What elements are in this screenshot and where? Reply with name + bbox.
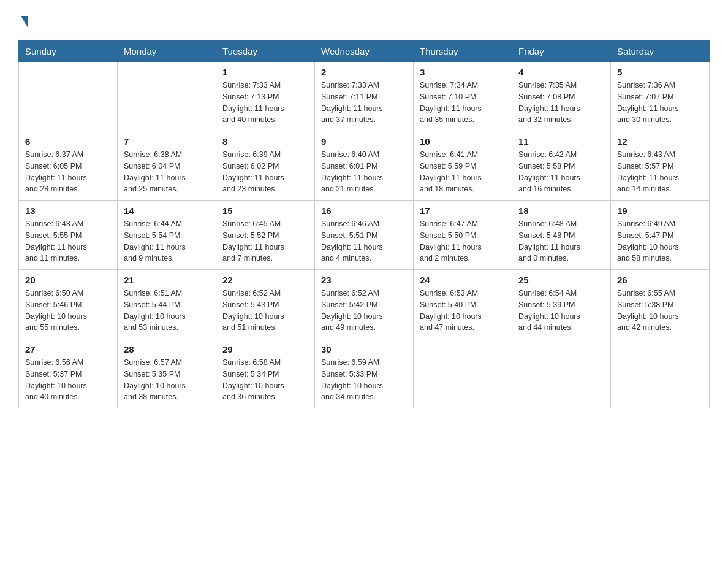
day-info: Sunrise: 6:55 AMSunset: 5:38 PMDaylight:… — [617, 288, 703, 334]
day-info: Sunrise: 6:42 AMSunset: 5:58 PMDaylight:… — [518, 149, 604, 195]
day-number: 8 — [222, 136, 308, 147]
calendar-week-5: 27Sunrise: 6:56 AMSunset: 5:37 PMDayligh… — [19, 339, 710, 408]
day-number: 15 — [222, 205, 308, 216]
day-number: 10 — [420, 136, 506, 147]
header-wednesday: Wednesday — [315, 41, 414, 62]
calendar-cell: 10Sunrise: 6:41 AMSunset: 5:59 PMDayligh… — [414, 131, 512, 201]
day-number: 13 — [25, 205, 111, 216]
day-number: 2 — [321, 67, 407, 77]
day-info: Sunrise: 7:33 AMSunset: 7:13 PMDaylight:… — [222, 80, 308, 126]
day-info: Sunrise: 7:36 AMSunset: 7:07 PMDaylight:… — [617, 80, 703, 126]
day-info: Sunrise: 6:38 AMSunset: 6:04 PMDaylight:… — [124, 149, 210, 195]
header-thursday: Thursday — [414, 41, 512, 62]
day-info: Sunrise: 7:33 AMSunset: 7:11 PMDaylight:… — [321, 80, 407, 126]
calendar-header-row: SundayMondayTuesdayWednesdayThursdayFrid… — [19, 41, 710, 62]
day-info: Sunrise: 6:47 AMSunset: 5:50 PMDaylight:… — [420, 218, 506, 264]
day-info: Sunrise: 7:34 AMSunset: 7:10 PMDaylight:… — [420, 80, 506, 126]
calendar-cell: 2Sunrise: 7:33 AMSunset: 7:11 PMDaylight… — [315, 62, 414, 131]
day-info: Sunrise: 6:52 AMSunset: 5:43 PMDaylight:… — [222, 288, 308, 334]
calendar-cell: 7Sunrise: 6:38 AMSunset: 6:04 PMDaylight… — [118, 131, 216, 201]
calendar-cell: 1Sunrise: 7:33 AMSunset: 7:13 PMDaylight… — [216, 62, 315, 131]
calendar-week-2: 6Sunrise: 6:37 AMSunset: 6:05 PMDaylight… — [19, 131, 710, 201]
header-friday: Friday — [512, 41, 611, 62]
logo-arrow-icon — [21, 16, 28, 28]
day-number: 29 — [222, 344, 308, 354]
calendar-cell: 9Sunrise: 6:40 AMSunset: 6:01 PMDaylight… — [315, 131, 414, 201]
calendar-cell: 27Sunrise: 6:56 AMSunset: 5:37 PMDayligh… — [19, 339, 118, 408]
page-header — [18, 12, 710, 28]
calendar-cell: 12Sunrise: 6:43 AMSunset: 5:57 PMDayligh… — [611, 131, 710, 201]
day-info: Sunrise: 6:51 AMSunset: 5:44 PMDaylight:… — [124, 288, 210, 334]
day-number: 5 — [617, 67, 703, 77]
day-number: 23 — [321, 275, 407, 285]
calendar-cell: 25Sunrise: 6:54 AMSunset: 5:39 PMDayligh… — [512, 270, 611, 339]
day-info: Sunrise: 6:54 AMSunset: 5:39 PMDaylight:… — [518, 288, 604, 334]
day-number: 6 — [25, 136, 111, 147]
header-tuesday: Tuesday — [216, 41, 315, 62]
calendar-cell — [611, 339, 710, 408]
calendar-table: SundayMondayTuesdayWednesdayThursdayFrid… — [18, 40, 710, 408]
calendar-cell: 22Sunrise: 6:52 AMSunset: 5:43 PMDayligh… — [216, 270, 315, 339]
calendar-week-1: 1Sunrise: 7:33 AMSunset: 7:13 PMDaylight… — [19, 62, 710, 131]
calendar-cell: 15Sunrise: 6:45 AMSunset: 5:52 PMDayligh… — [216, 201, 315, 270]
day-number: 16 — [321, 205, 407, 216]
header-monday: Monday — [118, 41, 216, 62]
calendar-week-3: 13Sunrise: 6:43 AMSunset: 5:55 PMDayligh… — [19, 201, 710, 270]
calendar-cell: 23Sunrise: 6:52 AMSunset: 5:42 PMDayligh… — [315, 270, 414, 339]
day-number: 21 — [124, 275, 210, 285]
calendar-cell — [19, 62, 118, 131]
day-info: Sunrise: 6:50 AMSunset: 5:46 PMDaylight:… — [25, 288, 111, 334]
calendar-cell: 14Sunrise: 6:44 AMSunset: 5:54 PMDayligh… — [118, 201, 216, 270]
calendar-cell: 3Sunrise: 7:34 AMSunset: 7:10 PMDaylight… — [414, 62, 512, 131]
calendar-cell — [512, 339, 611, 408]
day-info: Sunrise: 6:58 AMSunset: 5:34 PMDaylight:… — [222, 357, 308, 403]
logo — [18, 12, 28, 28]
day-info: Sunrise: 6:43 AMSunset: 5:57 PMDaylight:… — [617, 149, 703, 195]
calendar-cell: 29Sunrise: 6:58 AMSunset: 5:34 PMDayligh… — [216, 339, 315, 408]
calendar-cell: 5Sunrise: 7:36 AMSunset: 7:07 PMDaylight… — [611, 62, 710, 131]
calendar-cell: 24Sunrise: 6:53 AMSunset: 5:40 PMDayligh… — [414, 270, 512, 339]
calendar-cell: 16Sunrise: 6:46 AMSunset: 5:51 PMDayligh… — [315, 201, 414, 270]
day-number: 9 — [321, 136, 407, 147]
calendar-cell: 30Sunrise: 6:59 AMSunset: 5:33 PMDayligh… — [315, 339, 414, 408]
day-info: Sunrise: 6:43 AMSunset: 5:55 PMDaylight:… — [25, 218, 111, 264]
day-number: 25 — [518, 275, 604, 285]
day-info: Sunrise: 6:48 AMSunset: 5:48 PMDaylight:… — [518, 218, 604, 264]
calendar-cell: 20Sunrise: 6:50 AMSunset: 5:46 PMDayligh… — [19, 270, 118, 339]
day-info: Sunrise: 6:37 AMSunset: 6:05 PMDaylight:… — [25, 149, 111, 195]
header-sunday: Sunday — [19, 41, 118, 62]
day-number: 20 — [25, 275, 111, 285]
calendar-cell: 8Sunrise: 6:39 AMSunset: 6:02 PMDaylight… — [216, 131, 315, 201]
day-number: 19 — [617, 205, 703, 216]
calendar-cell: 18Sunrise: 6:48 AMSunset: 5:48 PMDayligh… — [512, 201, 611, 270]
day-number: 26 — [617, 275, 703, 285]
day-info: Sunrise: 6:41 AMSunset: 5:59 PMDaylight:… — [420, 149, 506, 195]
day-info: Sunrise: 6:59 AMSunset: 5:33 PMDaylight:… — [321, 357, 407, 403]
day-info: Sunrise: 6:44 AMSunset: 5:54 PMDaylight:… — [124, 218, 210, 264]
header-saturday: Saturday — [611, 41, 710, 62]
calendar-cell: 6Sunrise: 6:37 AMSunset: 6:05 PMDaylight… — [19, 131, 118, 201]
day-number: 24 — [420, 275, 506, 285]
calendar-cell: 11Sunrise: 6:42 AMSunset: 5:58 PMDayligh… — [512, 131, 611, 201]
day-number: 3 — [420, 67, 506, 77]
calendar-week-4: 20Sunrise: 6:50 AMSunset: 5:46 PMDayligh… — [19, 270, 710, 339]
calendar-cell: 17Sunrise: 6:47 AMSunset: 5:50 PMDayligh… — [414, 201, 512, 270]
calendar-cell: 26Sunrise: 6:55 AMSunset: 5:38 PMDayligh… — [611, 270, 710, 339]
day-number: 11 — [518, 136, 604, 147]
day-number: 18 — [518, 205, 604, 216]
day-info: Sunrise: 6:46 AMSunset: 5:51 PMDaylight:… — [321, 218, 407, 264]
day-info: Sunrise: 7:35 AMSunset: 7:08 PMDaylight:… — [518, 80, 604, 126]
day-info: Sunrise: 6:49 AMSunset: 5:47 PMDaylight:… — [617, 218, 703, 264]
day-number: 1 — [222, 67, 308, 77]
day-number: 12 — [617, 136, 703, 147]
calendar-cell — [414, 339, 512, 408]
day-number: 27 — [25, 344, 111, 354]
day-number: 30 — [321, 344, 407, 354]
day-info: Sunrise: 6:39 AMSunset: 6:02 PMDaylight:… — [222, 149, 308, 195]
day-info: Sunrise: 6:45 AMSunset: 5:52 PMDaylight:… — [222, 218, 308, 264]
day-info: Sunrise: 6:53 AMSunset: 5:40 PMDaylight:… — [420, 288, 506, 334]
day-info: Sunrise: 6:56 AMSunset: 5:37 PMDaylight:… — [25, 357, 111, 403]
day-number: 28 — [124, 344, 210, 354]
day-info: Sunrise: 6:40 AMSunset: 6:01 PMDaylight:… — [321, 149, 407, 195]
calendar-cell: 13Sunrise: 6:43 AMSunset: 5:55 PMDayligh… — [19, 201, 118, 270]
